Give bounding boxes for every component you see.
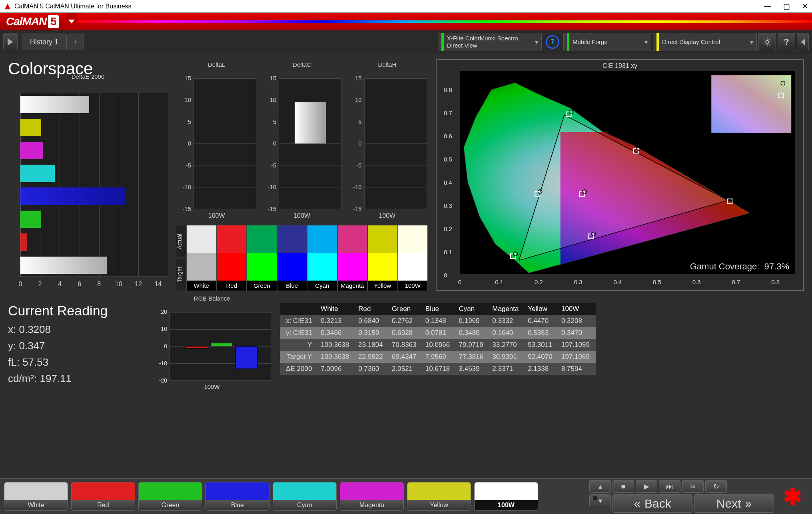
chevron-right-icon: » [745, 497, 752, 510]
bar-red [20, 233, 27, 251]
bar-cyan [20, 165, 55, 182]
toolbar: History 1 + X-Rite ColorMunki Spectro Di… [0, 30, 812, 54]
table-row: y: CIE310.34660.31590.69280.07810.34800.… [280, 327, 596, 339]
bar-blue [20, 187, 126, 205]
playback-controls: ▴ ■ ▶ ⏭ ∞ ↻ ▾ « Back Next » [589, 480, 774, 513]
window-title: CalMAN 5 CalMAN Ultimate for Business [14, 3, 764, 10]
tab-strip: History 1 + [22, 34, 84, 50]
swatch-col: Blue [277, 225, 307, 291]
stop-button[interactable]: ■ [612, 480, 634, 493]
close-icon[interactable]: ✕ [802, 2, 808, 11]
chevron-down-icon: ▾ [644, 38, 648, 46]
brand-menu-dropdown[interactable] [65, 13, 78, 30]
swatch-col: White [186, 225, 217, 291]
color-button-blue[interactable]: Blue [205, 482, 269, 511]
bar-green [20, 211, 41, 228]
down-button[interactable]: ▾ [589, 494, 611, 507]
cie-chart: CIE 1931 xy [436, 59, 804, 291]
bar-magenta [20, 142, 43, 159]
swatch-col: Cyan [307, 225, 337, 291]
play-icon: ▶ [644, 482, 649, 491]
color-button-yellow[interactable]: Yellow [407, 482, 471, 511]
loop-icon: ∞ [690, 482, 696, 491]
small-delta-charts: DeltaL 100W -15-10-5051015 DeltaC 100W -… [176, 69, 428, 221]
next-button[interactable]: Next » [694, 494, 774, 513]
chevron-down-icon: ▾ [599, 496, 602, 505]
rgb-balance-chart: RGB Balance 100W -20-1001020 [152, 303, 272, 391]
color-button-100w[interactable]: 100W [474, 482, 538, 511]
status-bar-icon [441, 33, 444, 51]
svg-marker-2 [8, 38, 13, 46]
rainbow-strip [78, 20, 812, 23]
main-content: Colorspace DeltaE 2000 02468101214 Delta… [0, 55, 812, 478]
color-button-magenta[interactable]: Magenta [340, 482, 404, 511]
window-titlebar: CalMAN 5 CalMAN Ultimate for Business — … [0, 0, 812, 13]
bar-white [20, 96, 89, 114]
current-reading: Current Reading x: 0.3208 y: 0.347 fL: 5… [8, 303, 140, 389]
svg-marker-0 [5, 3, 10, 9]
play-icon [801, 39, 805, 45]
color-button-red[interactable]: Red [71, 482, 135, 511]
gear-icon [763, 38, 772, 46]
bar-yellow [20, 119, 41, 136]
svg-point-3 [766, 40, 768, 43]
brand-logo: CalMAN5 [0, 13, 65, 30]
svg-rect-23 [711, 75, 791, 133]
back-button[interactable]: « Back [612, 494, 692, 513]
table-row: ΔE 20007.00960.73602.052110.67183.46392.… [280, 363, 596, 375]
play-icon [8, 38, 13, 46]
play-button[interactable]: ▶ [636, 480, 657, 493]
brand-bar: CalMAN5 [0, 13, 812, 30]
up-button[interactable]: ▴ [589, 480, 611, 493]
bar-100w [20, 257, 107, 274]
table-row: x: CIE310.32130.68400.27620.13480.19690.… [280, 315, 596, 327]
svg-marker-1 [68, 20, 75, 24]
deltae-chart: DeltaE 2000 02468101214 [8, 81, 168, 293]
chevron-left-icon: « [634, 497, 640, 510]
help-button[interactable]: ? [778, 33, 795, 51]
app-icon [4, 3, 11, 10]
status-bar-icon [567, 33, 569, 51]
meter-device-selector[interactable]: X-Rite ColorMunki Spectro Direct View ▾ [438, 33, 542, 51]
deltah-chart: DeltaH 100W -15-10-5051015 [347, 69, 428, 221]
display-device-selector[interactable]: Direct Display Control ▾ [653, 33, 757, 51]
tab-history[interactable]: History 1 [22, 34, 67, 50]
minimize-icon[interactable]: — [764, 2, 771, 11]
skip-icon: ⏭ [666, 482, 673, 491]
tab-add[interactable]: + [68, 34, 84, 50]
color-button-white[interactable]: White [4, 482, 68, 511]
deltal-chart: DeltaL 100W -15-10-5051015 [176, 69, 257, 221]
swatch-col: Red [217, 225, 247, 291]
collapse-panel-button[interactable] [797, 33, 809, 51]
swatch-col: 100W [398, 225, 428, 291]
table-row: Target Y100.363822.982269.42477.956977.3… [280, 351, 596, 363]
stop-icon: ■ [621, 482, 626, 491]
expand-panel-button[interactable] [3, 33, 18, 51]
status-bar-icon [656, 33, 659, 51]
bottom-bar: WhiteRedGreenBlueCyanMagentaYellow100W ▴… [0, 478, 812, 514]
color-button-cyan[interactable]: Cyan [273, 482, 337, 511]
chevron-down-icon: ▾ [535, 38, 538, 46]
skip-button[interactable]: ⏭ [659, 480, 680, 493]
swatch-col: Magenta [337, 225, 368, 291]
sessions-badge[interactable]: 7 [546, 35, 559, 49]
chevron-down-icon [68, 20, 75, 24]
swatch-col: Green [247, 225, 277, 291]
loop-button[interactable]: ∞ [682, 480, 704, 493]
refresh-icon: ↻ [713, 482, 719, 491]
source-device-selector[interactable]: Mobile Forge ▾ [563, 33, 651, 51]
table-row: Y100.363823.180470.836310.096679.971933.… [280, 339, 596, 351]
chevron-up-icon: ▴ [599, 482, 602, 491]
question-icon: ? [784, 37, 789, 47]
settings-button[interactable] [758, 33, 776, 51]
maximize-icon[interactable]: ▢ [783, 2, 790, 11]
deltac-chart: DeltaC 100W -15-10-5051015 [261, 69, 342, 221]
svg-marker-4 [801, 39, 805, 45]
swatch-comparison: Actual Target WhiteRedGreenBlueCyanMagen… [176, 225, 428, 291]
data-table: WhiteRedGreenBlueCyanMagentaYellow100W x… [280, 303, 596, 375]
swatch-col: Yellow [367, 225, 398, 291]
color-button-green[interactable]: Green [138, 482, 202, 511]
chevron-down-icon: ▾ [750, 38, 753, 46]
refresh-button[interactable]: ↻ [705, 480, 727, 493]
asterisk-icon[interactable]: ✱ [783, 484, 802, 510]
